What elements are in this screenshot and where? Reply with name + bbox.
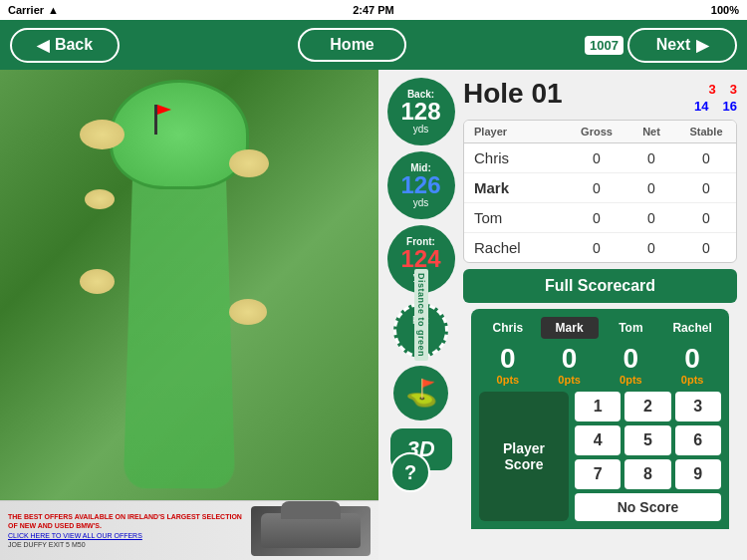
score-display-row: 0 0pts 0 0pts 0 0pts 0 0pts: [479, 345, 721, 386]
par-red-1: 3: [709, 82, 716, 97]
no-score-button[interactable]: No Score: [575, 493, 721, 521]
col-stable: Stable: [676, 121, 736, 142]
score-cell-tom: 0 0pts: [603, 345, 660, 386]
stable-score: 0: [676, 204, 736, 232]
numpad: 123456789No Score: [575, 392, 721, 521]
player-score-label: Player Score: [479, 392, 569, 521]
numpad-btn-8[interactable]: 8: [624, 459, 670, 489]
player-tab-tom[interactable]: Tom: [603, 317, 660, 339]
bunker-1: [80, 120, 124, 149]
hole-header: Hole 01 3 3 14 16: [463, 78, 737, 114]
numpad-btn-1[interactable]: 1: [575, 392, 621, 421]
next-area: 1007 Next ▶: [585, 28, 737, 63]
net-score: 0: [626, 144, 676, 172]
full-scorecard-button[interactable]: Full Scorecard: [463, 269, 737, 303]
score-pts: 0pts: [681, 374, 704, 386]
flag-pin: [154, 105, 157, 135]
status-right: 100%: [711, 4, 739, 16]
col-player: Player: [464, 121, 567, 142]
back-distance-bubble: Back: 128 yds: [387, 78, 455, 145]
gross-score: 0: [567, 144, 626, 172]
score-value: 0: [684, 345, 700, 373]
score-pts: 0pts: [497, 374, 520, 386]
home-label: Home: [330, 36, 374, 53]
mid-value: 126: [400, 173, 440, 197]
table-row[interactable]: Chris 0 0 0: [464, 143, 736, 173]
player-tab-mark[interactable]: Mark: [541, 317, 599, 339]
numpad-btn-3[interactable]: 3: [675, 392, 721, 421]
bunker-2: [229, 149, 269, 177]
player-tabs: ChrisMarkTomRachel: [479, 317, 721, 339]
bunker-4: [229, 299, 267, 325]
numpad-btn-6[interactable]: 6: [675, 425, 721, 455]
net-score: 0: [626, 174, 676, 202]
stable-score: 0: [676, 144, 736, 172]
score-entry-row: Player Score 123456789No Score: [479, 392, 721, 521]
table-row[interactable]: Rachel 0 0 0: [464, 233, 736, 262]
stable-score: 0: [676, 234, 736, 262]
front-value: 124: [400, 247, 440, 271]
numpad-btn-5[interactable]: 5: [624, 425, 670, 455]
mid-distance-bubble: Mid: 126 yds: [387, 151, 455, 219]
ad-text: THE BEST OFFERS AVAILABLE ON IRELAND'S L…: [8, 512, 243, 548]
score-value: 0: [500, 345, 516, 373]
hole-badge: 1007: [585, 36, 623, 55]
par-red-row: 3 3: [709, 82, 737, 97]
battery-text: 100%: [711, 4, 739, 16]
bottom-section: ChrisMarkTomRachel 0 0pts 0 0pts 0 0pts …: [471, 309, 729, 529]
back-label: Back: [55, 36, 93, 54]
numpad-btn-7[interactable]: 7: [575, 459, 621, 489]
player-name: Chris: [464, 143, 567, 172]
score-pts: 0pts: [620, 374, 642, 386]
help-button[interactable]: ?: [390, 452, 430, 492]
back-button[interactable]: ◀ Back: [10, 28, 120, 63]
player-tab-rachel[interactable]: Rachel: [663, 317, 721, 339]
player-name: Mark: [464, 173, 567, 202]
stable-score: 0: [676, 174, 736, 202]
scorecard-area: Hole 01 3 3 14 16 P: [463, 70, 747, 560]
par-info: 3 3 14 16: [694, 82, 737, 114]
score-pts: 0pts: [558, 374, 581, 386]
green: [110, 80, 249, 189]
hole-title: Hole 01: [463, 78, 563, 110]
gross-score: 0: [567, 234, 626, 262]
next-button[interactable]: Next ▶: [627, 28, 737, 63]
par-blue-2: 16: [723, 99, 737, 114]
course-map: THE BEST OFFERS AVAILABLE ON IRELAND'S L…: [0, 70, 378, 560]
score-value: 0: [562, 345, 578, 373]
score-rows: Chris 0 0 0 Mark 0 0 0 Tom 0 0 0 Rachel …: [464, 143, 736, 262]
numpad-btn-9[interactable]: 9: [675, 459, 721, 489]
main-content: THE BEST OFFERS AVAILABLE ON IRELAND'S L…: [0, 70, 747, 560]
ad-car-image: [251, 506, 371, 556]
numpad-btn-4[interactable]: 4: [575, 425, 621, 455]
numpad-btn-2[interactable]: 2: [624, 392, 670, 421]
distance-score-row: Back: 128 yds Mid: 126 yds Front: 124 yd…: [378, 70, 747, 560]
back-arrow-icon: ◀: [37, 36, 49, 55]
status-time: 2:47 PM: [353, 4, 394, 16]
score-cell-rachel: 0 0pts: [663, 345, 721, 386]
home-button[interactable]: Home: [298, 28, 405, 62]
status-left: Carrier ▲: [8, 4, 59, 16]
next-arrow-icon: ▶: [696, 36, 708, 55]
table-row[interactable]: Tom 0 0 0: [464, 203, 736, 233]
back-unit: yds: [413, 124, 429, 135]
net-score: 0: [626, 234, 676, 262]
player-tab-chris[interactable]: Chris: [479, 317, 537, 339]
par-red-2: 3: [730, 82, 737, 97]
ad-banner: THE BEST OFFERS AVAILABLE ON IRELAND'S L…: [0, 500, 378, 560]
table-row[interactable]: Mark 0 0 0: [464, 173, 736, 203]
back-value: 128: [400, 100, 440, 124]
bunker-5: [85, 189, 115, 209]
col-net: Net: [626, 121, 676, 142]
wifi-icon: ▲: [48, 4, 59, 16]
col-gross: Gross: [567, 121, 626, 142]
net-score: 0: [626, 204, 676, 232]
par-blue-1: 14: [694, 99, 708, 114]
gross-score: 0: [567, 174, 626, 202]
course-map-bg: [0, 70, 378, 500]
score-cell-mark: 0 0pts: [541, 345, 599, 386]
flag-bubble[interactable]: ⛳: [393, 366, 448, 420]
player-name: Rachel: [464, 233, 567, 262]
score-table-header: Player Gross Net Stable: [464, 121, 736, 143]
status-bar: Carrier ▲ 2:47 PM 100%: [0, 0, 747, 20]
